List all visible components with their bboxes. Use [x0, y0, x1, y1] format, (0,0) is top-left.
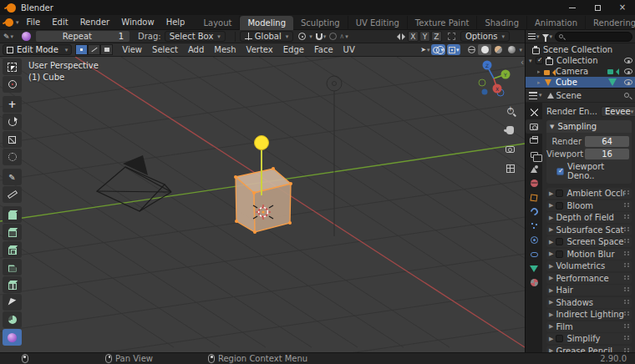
workspace-tab[interactable]: Layout: [196, 16, 240, 30]
scale-tool[interactable]: [3, 131, 22, 148]
zoom-button[interactable]: [503, 104, 517, 118]
panel-checkbox[interactable]: [556, 202, 563, 210]
outliner-row[interactable]: Camera: [526, 66, 635, 77]
outliner-filter-dropdown[interactable]: ▾: [542, 33, 553, 40]
perspective-toggle-button[interactable]: [503, 161, 517, 175]
workspace-tab[interactable]: Texture Paint: [408, 16, 478, 30]
sampling-panel-header[interactable]: ▼Sampling: [546, 120, 632, 133]
drag-grip-icon[interactable]: [624, 215, 629, 220]
workspace-tab[interactable]: Sculpting: [293, 16, 348, 30]
annotate-tool[interactable]: ✎: [3, 169, 22, 185]
panel-header[interactable]: ▶ Motion Blur: [546, 249, 632, 260]
measure-tool[interactable]: [3, 186, 22, 203]
snap-toggle[interactable]: ▾: [316, 33, 327, 40]
shading-rendered-button[interactable]: [505, 44, 518, 55]
collection-checkbox[interactable]: [536, 57, 543, 64]
edge-select-button[interactable]: [88, 44, 100, 55]
outliner-search-input[interactable]: [555, 32, 632, 42]
bevel-tool[interactable]: [3, 259, 22, 276]
tab-modifiers[interactable]: [526, 205, 542, 219]
add-cube-tool[interactable]: [3, 206, 22, 223]
drag-grip-icon[interactable]: [624, 203, 629, 209]
tab-material[interactable]: [526, 276, 542, 290]
expander-icon[interactable]: [529, 58, 536, 64]
workspace-tab[interactable]: Animation: [527, 16, 586, 30]
orientation-dropdown[interactable]: Global▾: [240, 31, 293, 42]
drag-grip-icon[interactable]: [624, 300, 629, 306]
vertex-select-button[interactable]: [75, 44, 88, 55]
shading-material-button[interactable]: [491, 44, 505, 55]
drag-grip-icon[interactable]: [624, 227, 629, 233]
number-field[interactable]: 16: [585, 149, 629, 159]
maximize-button[interactable]: [585, 0, 610, 15]
shading-solid-button[interactable]: [478, 44, 491, 55]
rotate-tool[interactable]: [3, 114, 22, 130]
tab-object-data[interactable]: [526, 261, 542, 276]
drag-grip-icon[interactable]: [624, 276, 629, 281]
navigation-gizmo[interactable]: Z Y X: [473, 58, 515, 100]
inset-faces-tool[interactable]: [3, 241, 22, 258]
camera-view-button[interactable]: [503, 142, 517, 156]
axis-extra-handle[interactable]: [482, 89, 488, 95]
panel-checkbox[interactable]: [556, 190, 563, 197]
visibility-eye-icon[interactable]: [624, 79, 632, 85]
panel-header[interactable]: ▶ Grease Pencil: [546, 346, 632, 353]
viewport-3d[interactable]: User Perspective (1) Cube + ✎: [0, 57, 525, 352]
close-button[interactable]: ×: [610, 0, 635, 15]
outliner-display-mode-dropdown[interactable]: ▾: [528, 33, 540, 40]
viewport-menu-item[interactable]: Select: [147, 45, 183, 54]
drag-grip-icon[interactable]: [624, 263, 629, 269]
panel-header[interactable]: ▶ Bloom: [546, 200, 632, 211]
transform-tool[interactable]: [3, 149, 22, 165]
panel-checkbox[interactable]: [556, 238, 563, 245]
xray-toggle[interactable]: ▾: [447, 44, 461, 55]
visibility-eye-icon[interactable]: [624, 68, 632, 74]
mirror-axis-button[interactable]: Z: [431, 31, 442, 42]
drag-grip-icon[interactable]: [624, 190, 629, 196]
menu-item[interactable]: Help: [160, 15, 191, 30]
drag-grip-icon[interactable]: [624, 324, 629, 330]
spin-tool[interactable]: [3, 311, 22, 328]
mirror-axis-button[interactable]: Y: [419, 31, 430, 42]
tab-particles[interactable]: [526, 219, 542, 233]
panel-header[interactable]: ▶ Hair: [546, 285, 632, 296]
number-field[interactable]: 64: [585, 136, 629, 147]
drag-grip-icon[interactable]: [624, 239, 629, 245]
tab-output[interactable]: [526, 134, 542, 148]
mirror-axis-button[interactable]: X: [408, 31, 419, 42]
workspace-tab[interactable]: Modeling: [240, 16, 293, 30]
panel-header[interactable]: ▶ Shadows: [546, 297, 632, 308]
workspace-tab[interactable]: Shading: [477, 16, 527, 30]
menu-item[interactable]: File: [21, 15, 47, 30]
menu-item[interactable]: Render: [74, 15, 116, 30]
panel-header[interactable]: ▶ Subsurface Scattering: [546, 225, 632, 235]
mode-dropdown[interactable]: Edit Mode▾: [3, 44, 72, 55]
face-select-button[interactable]: [100, 44, 113, 55]
options-dropdown[interactable]: Options▾: [460, 31, 510, 42]
workspace-tab[interactable]: UV Editing: [348, 16, 408, 30]
region-collapse-arrow[interactable]: ‹: [521, 58, 524, 67]
panel-checkbox[interactable]: [556, 250, 563, 258]
viewport-menu-item[interactable]: Mesh: [209, 45, 241, 54]
repeat-slider[interactable]: Repeat 1: [36, 31, 130, 42]
outliner-row[interactable]: Collection: [526, 55, 635, 66]
panel-header[interactable]: ▶ Indirect Lighting: [546, 309, 632, 320]
pin-icon[interactable]: [624, 93, 629, 98]
drag-grip-icon[interactable]: [624, 251, 629, 257]
expander-icon[interactable]: [537, 68, 544, 75]
cursor-tool[interactable]: [3, 76, 22, 93]
panel-header[interactable]: ▶ Film: [546, 321, 632, 332]
viewport-menu-item[interactable]: UV: [338, 45, 360, 54]
panel-header[interactable]: ▶ Simplify: [546, 333, 632, 344]
smooth-tool[interactable]: [3, 329, 22, 346]
viewport-menu-item[interactable]: Edge: [278, 45, 309, 54]
knife-tool[interactable]: [3, 294, 22, 311]
panel-header[interactable]: ▶ Volumetrics: [546, 260, 632, 271]
loop-cut-tool[interactable]: [3, 276, 22, 293]
outliner-row[interactable]: Scene Collection: [526, 44, 635, 55]
panel-header[interactable]: ▶ Depth of Field: [546, 212, 632, 223]
proportional-edit-toggle[interactable]: ∧▾: [329, 33, 348, 40]
tab-world[interactable]: [526, 176, 542, 190]
panel-checkbox[interactable]: [556, 335, 563, 342]
drag-grip-icon[interactable]: [624, 311, 629, 317]
